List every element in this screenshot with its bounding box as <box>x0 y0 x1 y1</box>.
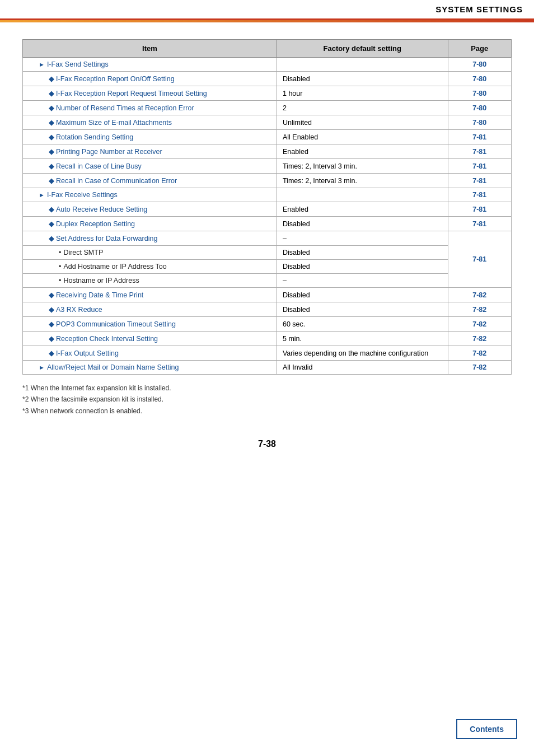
value-cell: 60 sec. <box>277 317 448 332</box>
value-cell: Enabled <box>277 202 448 217</box>
item-cell: ◆Auto Receive Reduce Setting <box>23 202 277 217</box>
value-cell: Enabled <box>277 144 448 159</box>
footnote-2: *2 When the facsimile expansion kit is i… <box>22 394 512 405</box>
table-row: ◆I-Fax Reception Report Request Timeout … <box>23 86 512 101</box>
value-cell: All Invalid <box>277 361 448 375</box>
page-cell: 7-80 <box>448 115 512 130</box>
item-cell: ►Allow/Reject Mail or Domain Name Settin… <box>23 361 277 375</box>
footnotes: *1 When the Internet fax expansion kit i… <box>22 382 512 417</box>
item-cell: ◆Reception Check Interval Setting <box>23 332 277 346</box>
table-row: ◆Maximum Size of E-mail AttachmentsUnlim… <box>23 115 512 130</box>
contents-button[interactable]: Contents <box>456 719 517 739</box>
value-cell: Unlimited <box>277 115 448 130</box>
page-cell: 7-81 <box>448 159 512 174</box>
value-cell <box>277 188 448 202</box>
table-row: ◆I-Fax Reception Report On/Off SettingDi… <box>23 72 512 86</box>
value-cell: Times: 2, Interval 3 min. <box>277 159 448 174</box>
page-cell: 7-81 <box>448 202 512 217</box>
item-cell: •Hostname or IP Address <box>23 274 277 288</box>
page-cell: 7-82 <box>448 302 512 317</box>
value-cell: Disabled <box>277 246 448 260</box>
value-cell: Disabled <box>277 72 448 86</box>
value-cell: Disabled <box>277 288 448 302</box>
table-row: ◆I-Fax Output SettingVaries depending on… <box>23 346 512 361</box>
value-cell: All Enabled <box>277 130 448 144</box>
table-row: ◆Recall in Case of Communication ErrorTi… <box>23 174 512 188</box>
settings-table: Item Factory default setting Page ►I-Fax… <box>22 39 512 375</box>
item-cell: ◆Rotation Sending Setting <box>23 130 277 144</box>
table-row: •Add Hostname or IP Address TooDisabled <box>23 260 512 274</box>
item-cell: •Add Hostname or IP Address Too <box>23 260 277 274</box>
page-cell: 7-80 <box>448 86 512 101</box>
page-cell: 7-82 <box>448 361 512 375</box>
page-cell: 7-80 <box>448 101 512 115</box>
col-header-item: Item <box>23 40 277 58</box>
page-cell: 7-81 <box>448 188 512 202</box>
table-row: ◆Reception Check Interval Setting5 min.7… <box>23 332 512 346</box>
table-header-row: Item Factory default setting Page <box>23 40 512 58</box>
table-row: ►Allow/Reject Mail or Domain Name Settin… <box>23 361 512 375</box>
item-cell: ►I-Fax Receive Settings <box>23 188 277 202</box>
table-row: •Direct SMTPDisabled <box>23 246 512 260</box>
item-cell: •Direct SMTP <box>23 246 277 260</box>
page-number: 7-38 <box>22 439 512 449</box>
page-cell: 7-82 <box>448 317 512 332</box>
page-cell: 7-80 <box>448 72 512 86</box>
item-cell: ◆Recall in Case of Line Busy <box>23 159 277 174</box>
table-row: •Hostname or IP Address– <box>23 274 512 288</box>
value-cell <box>277 58 448 72</box>
page-cell: 7-82 <box>448 332 512 346</box>
table-row: ◆Set Address for Data Forwarding–7-81 <box>23 231 512 246</box>
value-cell: Disabled <box>277 260 448 274</box>
main-content: Item Factory default setting Page ►I-Fax… <box>0 22 534 466</box>
page-cell: 7-81 <box>448 217 512 231</box>
page-cell: 7-81 <box>448 144 512 159</box>
table-row: ►I-Fax Receive Settings7-81 <box>23 188 512 202</box>
page-cell: 7-82 <box>448 346 512 361</box>
item-cell: ◆Set Address for Data Forwarding <box>23 231 277 246</box>
col-header-default: Factory default setting <box>277 40 448 58</box>
page-cell: 7-80 <box>448 58 512 72</box>
page-cell: 7-81 <box>448 174 512 188</box>
page-cell: 7-82 <box>448 288 512 302</box>
item-cell: ◆Recall in Case of Communication Error <box>23 174 277 188</box>
value-cell: – <box>277 274 448 288</box>
item-cell: ◆I-Fax Output Setting <box>23 346 277 361</box>
table-row: ◆POP3 Communication Timeout Setting60 se… <box>23 317 512 332</box>
item-cell: ◆Number of Resend Times at Reception Err… <box>23 101 277 115</box>
item-cell: ►I-Fax Send Settings <box>23 58 277 72</box>
item-cell: ◆I-Fax Reception Report Request Timeout … <box>23 86 277 101</box>
table-row: ◆A3 RX ReduceDisabled7-82 <box>23 302 512 317</box>
table-row: ◆Duplex Reception SettingDisabled7-81 <box>23 217 512 231</box>
item-cell: ◆Duplex Reception Setting <box>23 217 277 231</box>
footnote-1: *1 When the Internet fax expansion kit i… <box>22 382 512 394</box>
value-cell: Times: 2, Interval 3 min. <box>277 174 448 188</box>
table-row: ◆Rotation Sending SettingAll Enabled7-81 <box>23 130 512 144</box>
item-cell: ◆I-Fax Reception Report On/Off Setting <box>23 72 277 86</box>
header-title: SYSTEM SETTINGS <box>435 4 523 14</box>
page-header: SYSTEM SETTINGS <box>0 0 534 20</box>
item-cell: ◆A3 RX Reduce <box>23 302 277 317</box>
value-cell: Disabled <box>277 302 448 317</box>
value-cell: 2 <box>277 101 448 115</box>
footnote-3: *3 When network connection is enabled. <box>22 405 512 417</box>
value-cell: 5 min. <box>277 332 448 346</box>
item-cell: ◆POP3 Communication Timeout Setting <box>23 317 277 332</box>
page-cell: 7-81 <box>448 231 512 288</box>
table-row: ◆Recall in Case of Line BusyTimes: 2, In… <box>23 159 512 174</box>
item-cell: ◆Receiving Date & Time Print <box>23 288 277 302</box>
item-cell: ◆Maximum Size of E-mail Attachments <box>23 115 277 130</box>
col-header-page: Page <box>448 40 512 58</box>
value-cell: Varies depending on the machine configur… <box>277 346 448 361</box>
table-row: ◆Auto Receive Reduce SettingEnabled7-81 <box>23 202 512 217</box>
table-row: ◆Printing Page Number at ReceiverEnabled… <box>23 144 512 159</box>
table-row: ◆Number of Resend Times at Reception Err… <box>23 101 512 115</box>
table-row: ◆Receiving Date & Time PrintDisabled7-82 <box>23 288 512 302</box>
table-row: ►I-Fax Send Settings7-80 <box>23 58 512 72</box>
value-cell: Disabled <box>277 217 448 231</box>
item-cell: ◆Printing Page Number at Receiver <box>23 144 277 159</box>
value-cell: 1 hour <box>277 86 448 101</box>
value-cell: – <box>277 231 448 246</box>
page-cell: 7-81 <box>448 130 512 144</box>
